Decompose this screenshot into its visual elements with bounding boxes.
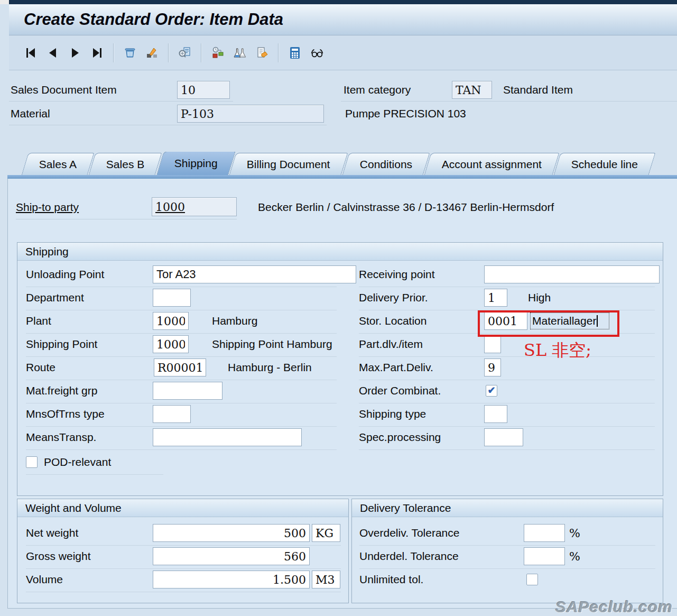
tab-schedule-lines[interactable]: Schedule line (554, 153, 656, 175)
previous-record-icon (46, 46, 60, 60)
part-dlv-item-field[interactable] (484, 335, 501, 353)
tab-shipping[interactable]: Shipping (156, 152, 235, 175)
previous-record-button[interactable] (42, 40, 64, 66)
mat-freight-grp-field[interactable] (153, 382, 222, 400)
weight-volume-group: Weight and Volume Net weight Gross weigh… (17, 499, 349, 603)
last-record-button[interactable] (86, 40, 108, 66)
watermark: SAPeclub.com (555, 598, 673, 616)
field-row: Part.dlv./item (359, 333, 655, 357)
page-title: Create Standard Order: Item Data (24, 4, 677, 35)
stor-location-description[interactable]: Materiallager (530, 312, 609, 329)
field-row: Stor. Location Materiallager (359, 310, 655, 334)
net-weight-field[interactable] (153, 524, 310, 542)
calculator-button[interactable] (284, 40, 306, 66)
volume-field[interactable] (153, 571, 310, 589)
field-row: Receiving point (359, 263, 655, 287)
max-part-deliv-label: Max.Part.Deliv. (359, 356, 433, 379)
field-row: Volume (26, 568, 341, 592)
material-field[interactable] (177, 105, 324, 123)
volume-unit-field[interactable] (312, 571, 340, 589)
next-record-button[interactable] (64, 40, 86, 66)
receiving-point-field[interactable] (484, 265, 660, 283)
tab-sales-a[interactable]: Sales A (22, 153, 95, 175)
field-row: Unlimited tol. (359, 568, 655, 592)
scale-clock-icon (211, 46, 225, 60)
item-category-description: Standard Item (503, 80, 573, 100)
item-category-field[interactable] (452, 81, 492, 99)
gross-weight-field[interactable] (153, 547, 310, 565)
ship-to-party-field[interactable] (152, 197, 237, 216)
max-part-deliv-field[interactable] (484, 358, 501, 376)
notepad-hand-icon (255, 46, 269, 60)
field-row: MnsOfTrns type (26, 403, 337, 427)
pod-relevant-label: POD-relevant (44, 451, 111, 473)
field-row: Underdel. Tolerance % (359, 545, 655, 569)
order-combinat-checkbox[interactable] (486, 385, 497, 397)
sales-document-item-field[interactable] (177, 81, 230, 99)
availability-check-button[interactable] (207, 40, 229, 66)
route-field[interactable] (154, 358, 206, 376)
sales-document-item-label: Sales Document Item (11, 80, 117, 100)
shipping-type-field[interactable] (484, 405, 507, 423)
spec-processing-field[interactable] (484, 428, 523, 446)
tab-billing-document[interactable]: Billing Document (229, 153, 348, 175)
unlimited-tol-checkbox[interactable] (526, 574, 538, 585)
tab-sales-b[interactable]: Sales B (89, 153, 162, 175)
field-row: Gross weight (26, 545, 341, 569)
underdel-tolerance-field[interactable] (524, 547, 565, 565)
meanstransp-label: MeansTransp. (26, 426, 96, 448)
first-record-button[interactable] (20, 40, 42, 66)
magnifier-document-icon (178, 46, 192, 60)
tab-panel-top-band (7, 175, 677, 179)
mnsoftrns-type-label: MnsOfTrns type (26, 403, 105, 425)
field-row: Shipping type (359, 403, 655, 427)
underdel-tolerance-label: Underdel. Tolerance (359, 545, 459, 567)
weight-volume-group-title: Weight and Volume (17, 499, 348, 517)
overdeliv-tolerance-field[interactable] (524, 524, 565, 542)
shipping-point-field[interactable] (153, 335, 189, 353)
plant-description: Hamburg (212, 310, 257, 332)
route-label: Route (26, 356, 55, 379)
application-toolbar (9, 35, 677, 70)
field-row: Mat.freight grp (26, 380, 337, 403)
sap-window: Create Standard Order: Item Data (0, 0, 677, 616)
field-row: POD-relevant (26, 451, 163, 475)
window-top-strip (9, 0, 677, 4)
tab-conditions[interactable]: Conditions (342, 153, 430, 175)
department-field[interactable] (153, 289, 191, 307)
pod-relevant-checkbox[interactable] (26, 456, 38, 468)
item-notes-button[interactable] (251, 40, 273, 66)
item-category-label: Item category (344, 80, 411, 100)
stor-location-field[interactable] (484, 312, 527, 330)
tab-account-assignment[interactable]: Account assignment (424, 153, 560, 175)
net-weight-unit-field[interactable] (312, 524, 340, 542)
plant-field[interactable] (153, 312, 189, 330)
field-underline (9, 101, 233, 102)
delivery-tolerance-group: Delivery Tolerance Overdeliv. Tolerance … (351, 499, 663, 603)
unloading-point-field[interactable] (153, 265, 356, 283)
plant-label: Plant (26, 310, 51, 332)
display-document-button[interactable] (174, 40, 196, 66)
toolbar-separator (113, 43, 114, 62)
field-row: Delivery Prior. High (359, 287, 655, 310)
mnsoftrns-type-field[interactable] (153, 405, 191, 423)
last-record-icon (90, 46, 104, 60)
field-row: Department (26, 287, 337, 310)
ship-to-party-description: Becker Berlin / Calvinstrasse 36 / D-134… (258, 197, 554, 217)
delete-item-button[interactable] (119, 40, 141, 66)
display-button[interactable] (306, 40, 328, 66)
department-label: Department (26, 287, 84, 309)
field-row: Shipping Point Shipping Point Hamburg (26, 333, 337, 357)
batch-determination-button[interactable] (229, 40, 251, 66)
percent-sign: % (569, 545, 580, 568)
ship-to-party-label[interactable]: Ship-to party (16, 197, 79, 217)
shipping-group: Shipping Unloading Point Department Plan… (17, 242, 663, 496)
delivery-prior-field[interactable] (484, 289, 507, 307)
percent-sign: % (569, 522, 580, 545)
transfer-button[interactable] (141, 40, 163, 66)
field-row: MeansTransp. (26, 426, 337, 450)
delivery-prior-label: Delivery Prior. (359, 287, 428, 309)
field-row: Unloading Point (26, 263, 337, 287)
meanstransp-field[interactable] (153, 428, 302, 446)
receiving-point-label: Receiving point (359, 263, 435, 286)
